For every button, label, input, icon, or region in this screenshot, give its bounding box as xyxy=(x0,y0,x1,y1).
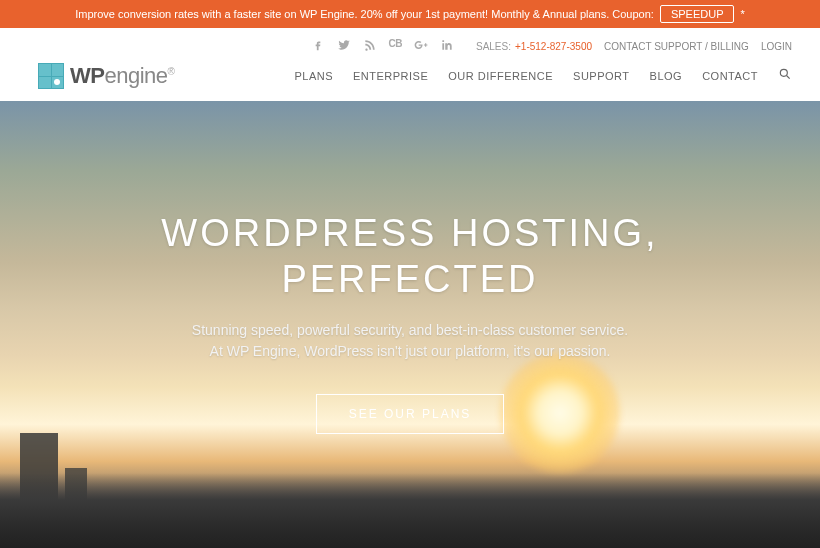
nav-plans[interactable]: PLANS xyxy=(294,70,333,82)
hero: WORDPRESS HOSTING, PERFECTED Stunning sp… xyxy=(0,101,820,548)
logo[interactable]: WPengine® xyxy=(38,63,174,89)
support-link[interactable]: CONTACT SUPPORT / BILLING xyxy=(604,41,749,52)
nav-blog[interactable]: BLOG xyxy=(650,70,683,82)
sales-label: SALES: xyxy=(476,41,511,52)
googleplus-icon[interactable] xyxy=(414,38,428,55)
skyline xyxy=(0,473,820,548)
search-icon[interactable] xyxy=(778,67,792,85)
promo-bar: Improve conversion rates with a faster s… xyxy=(0,0,820,28)
promo-text: Improve conversion rates with a faster s… xyxy=(75,8,654,20)
hero-subtitle: Stunning speed, powerful security, and b… xyxy=(192,320,628,362)
nav-our-difference[interactable]: OUR DIFFERENCE xyxy=(448,70,553,82)
svg-point-0 xyxy=(780,69,787,76)
social-icons: CB xyxy=(311,38,454,55)
nav-enterprise[interactable]: ENTERPRISE xyxy=(353,70,428,82)
crunchbase-icon[interactable]: CB xyxy=(389,38,402,55)
twitter-icon[interactable] xyxy=(337,38,351,55)
sales-contact: SALES: +1-512-827-3500 xyxy=(476,41,592,52)
facebook-icon[interactable] xyxy=(311,38,325,55)
sales-phone[interactable]: +1-512-827-3500 xyxy=(515,41,592,52)
hero-title: WORDPRESS HOSTING, PERFECTED xyxy=(161,211,658,302)
logo-mark-icon xyxy=(38,63,64,89)
logo-text: WPengine® xyxy=(70,63,174,89)
see-plans-button[interactable]: SEE OUR PLANS xyxy=(316,394,505,434)
rss-icon[interactable] xyxy=(363,38,377,55)
mainbar: WPengine® PLANS ENTERPRISE OUR DIFFERENC… xyxy=(38,63,792,89)
nav-contact[interactable]: CONTACT xyxy=(702,70,758,82)
coupon-button[interactable]: SPEEDUP xyxy=(660,5,735,23)
svg-line-1 xyxy=(787,76,790,79)
topbar: CB SALES: +1-512-827-3500 CONTACT SUPPOR… xyxy=(38,38,792,55)
login-link[interactable]: LOGIN xyxy=(761,41,792,52)
header: CB SALES: +1-512-827-3500 CONTACT SUPPOR… xyxy=(0,28,820,101)
linkedin-icon[interactable] xyxy=(440,38,454,55)
nav-support[interactable]: SUPPORT xyxy=(573,70,629,82)
promo-asterisk: * xyxy=(740,8,744,20)
main-nav: PLANS ENTERPRISE OUR DIFFERENCE SUPPORT … xyxy=(294,67,792,85)
